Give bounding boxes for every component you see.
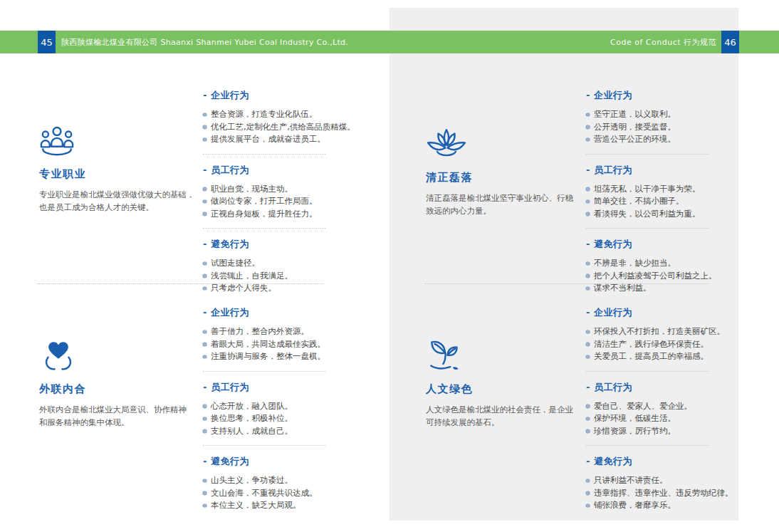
bullet-dot-icon [203,138,206,142]
bullet-dot-icon [586,491,590,495]
group-heading: -企业行为 [586,306,739,319]
bullet-dot-icon [586,479,590,483]
dash-mark: - [586,382,590,392]
behavior-item: 优化工艺,定制化生产,供给高品质精煤。 [203,121,370,134]
section-description: 外联内合是榆北煤业大局意识、协作精神和服务精神的集中体现。 [39,404,192,429]
dash-mark: - [203,382,207,392]
group-employee-behavior: -员工行为 心态开放，融入团队。换位思考，积极补位。支持别人，成就自己。 [203,381,370,447]
behavior-list: 整合资源，打造专业化队伍。优化工艺,定制化生产,供给高品质精煤。提供发展平台，成… [203,108,370,146]
dash-mark: - [203,456,207,466]
group-avoid-behavior: -避免行为 山头主义，争功诿过。文山会海，不重视共识达成。本位主义，缺乏大局观。 [203,455,370,512]
dash-mark: - [203,239,207,249]
bullet-dot-icon [586,113,590,117]
behavior-item: 珍惜资源，厉行节约。 [586,425,739,438]
group-employee-behavior: -员工行为 爱自己、爱家人、爱企业。保护环境，低碳生活。珍惜资源，厉行节约。 [586,381,739,447]
behavior-item: 本位主义，缺乏大局观。 [203,499,370,512]
bullet-dot-icon [203,355,206,359]
group-heading: -避免行为 [586,455,739,468]
group-employee-behavior: -员工行为 职业自觉，现场主动。做岗位专家，打开工作局面。正视自身短板，提升胜任… [203,164,370,229]
section-title: 专业职业 [39,167,203,181]
sprout-icon [426,336,586,372]
group-employee-behavior: -员工行为 坦荡无私，以干净干事为荣。简单交往，不搞小圈子。看淡得失，以公司利益… [586,164,739,229]
behavior-item: 浅尝辄止，自我满足。 [203,270,370,283]
bullet-dot-icon [586,187,590,191]
section-integrity: 清正磊落 清正磊落是榆北煤业坚守事业初心、行稳致远的内心力量。 -企业行为 坚守… [426,89,739,295]
behavior-list: 职业自觉，现场主动。做岗位专家，打开工作局面。正视自身短板，提升胜任力。 [203,183,370,221]
bullet-dot-icon [203,491,206,495]
behavior-item: 坚守正道，以义取利。 [586,108,739,121]
behavior-groups: -企业行为 整合资源，打造专业化队伍。优化工艺,定制化生产,供给高品质精煤。提供… [203,89,370,295]
behavior-item: 爱自己、爱家人、爱企业。 [586,400,739,413]
behavior-list: 不辨是非，缺少担当。把个人利益凌驾于公司利益之上。谋求不当利益。 [586,257,739,295]
section-description: 人文绿色是榆北煤业的社会责任，是企业可持续发展的基石。 [426,404,579,429]
dotted-separator [586,228,709,229]
heart-in-hands-icon [39,336,203,372]
section-info: 清正磊落 清正磊落是榆北煤业坚守事业初心、行稳致远的内心力量。 [426,89,586,217]
behavior-item: 违章指挥、违章作业、违反劳动纪律。 [586,487,739,500]
dotted-separator [203,445,325,446]
bullet-dot-icon [203,429,206,433]
group-heading: -员工行为 [586,381,739,394]
behavior-item: 善于借力，整合内外资源。 [203,325,370,338]
group-avoid-behavior: -避免行为 不辨是非，缺少担当。把个人利益凌驾于公司利益之上。谋求不当利益。 [586,238,739,295]
behavior-item: 铺张浪费，奢靡享乐。 [586,499,739,512]
behavior-item: 支持别人，成就自己。 [203,425,370,438]
group-corporate-behavior: -企业行为 整合资源，打造专业化队伍。优化工艺,定制化生产,供给高品质精煤。提供… [203,89,370,155]
bullet-dot-icon [586,417,590,421]
behavior-item: 山头主义，争功诿过。 [203,474,370,487]
code-of-conduct-label: Code of Conduct 行为规范 [610,37,716,48]
group-heading: -企业行为 [203,306,370,319]
bullet-dot-icon [586,355,590,359]
people-group-icon [39,121,203,157]
bullet-dot-icon [203,113,206,117]
section-title: 人文绿色 [426,382,586,396]
section-title: 外联内合 [39,382,203,396]
dotted-separator [203,154,325,155]
group-avoid-behavior: -避免行为 试图走捷径。浅尝辄止，自我满足。只考虑个人得失。 [203,238,370,295]
section-info: 人文绿色 人文绿色是榆北煤业的社会责任，是企业可持续发展的基石。 [426,306,586,429]
dash-mark: - [586,307,590,318]
behavior-groups: -企业行为 善于借力，整合内外资源。着眼大局，共同达成最佳实践。注重协调与服务，… [203,306,370,512]
behavior-item: 正视自身短板，提升胜任力。 [203,208,370,221]
bullet-dot-icon [586,405,590,408]
behavior-groups: -企业行为 坚守正道，以义取利。公开透明，接受监督。营造公平公正的环境。 -员工… [586,89,739,295]
section-info: 外联内合 外联内合是榆北煤业大局意识、协作精神和服务精神的集中体现。 [39,306,203,429]
behavior-list: 爱自己、爱家人、爱企业。保护环境，低碳生活。珍惜资源，厉行节约。 [586,400,739,438]
behavior-item: 只考虑个人得失。 [203,282,370,295]
bullet-dot-icon [203,330,206,334]
behavior-item: 换位思考，积极补位。 [203,412,370,425]
company-name: 陕西陕煤榆北煤业有限公司 Shaanxi Shanmei Yubei Coal … [61,37,348,48]
group-heading: -员工行为 [203,381,370,394]
behavior-item: 文山会海，不重视共识达成。 [203,487,370,500]
section-info: 专业职业 专业职业是榆北煤业做强做优做大的基础，也是员工成为合格人才的关键。 [39,89,203,214]
bullet-dot-icon [586,429,590,433]
bullet-dot-icon [586,274,590,278]
section-green: 人文绿色 人文绿色是榆北煤业的社会责任，是企业可持续发展的基石。 -企业行为 环… [426,306,739,512]
bullet-dot-icon [586,200,590,204]
group-heading: -员工行为 [586,164,739,177]
bullet-dot-icon [203,287,206,291]
behavior-item: 心态开放，融入团队。 [203,400,370,413]
dotted-separator [203,371,325,372]
bullet-dot-icon [203,417,206,421]
group-heading: -避免行为 [586,238,739,251]
dash-mark: - [586,90,590,100]
behavior-item: 环保投入不打折扣，打造美丽矿区。 [586,325,739,338]
group-corporate-behavior: -企业行为 坚守正道，以义取利。公开透明，接受监督。营造公平公正的环境。 [586,89,739,155]
bullet-dot-icon [203,343,206,346]
bullet-dot-icon [203,125,206,129]
behavior-list: 坦荡无私，以干净干事为荣。简单交往，不搞小圈子。看淡得失，以公司利益为重。 [586,183,739,221]
dash-mark: - [203,90,207,100]
behavior-list: 山头主义，争功诿过。文山会海，不重视共识达成。本位主义，缺乏大局观。 [203,474,370,512]
behavior-item: 不辨是非，缺少担当。 [586,257,739,270]
section-collaboration: 外联内合 外联内合是榆北煤业大局意识、协作精神和服务精神的集中体现。 -企业行为… [39,306,370,512]
behavior-item: 简单交往，不搞小圈子。 [586,195,739,208]
group-avoid-behavior: -避免行为 只讲利益不讲责任。违章指挥、违章作业、违反劳动纪律。铺张浪费，奢靡享… [586,455,739,512]
dash-mark: - [203,307,207,318]
group-heading: -避免行为 [203,455,370,468]
page-header-band: 45 陕西陕煤榆北煤业有限公司 Shaanxi Shanmei Yubei Co… [0,31,779,53]
left-page-number: 45 [38,31,56,53]
bullet-dot-icon [586,330,590,334]
section-description: 专业职业是榆北煤业做强做优做大的基础，也是员工成为合格人才的关键。 [39,189,199,214]
behavior-item: 试图走捷径。 [203,257,370,270]
